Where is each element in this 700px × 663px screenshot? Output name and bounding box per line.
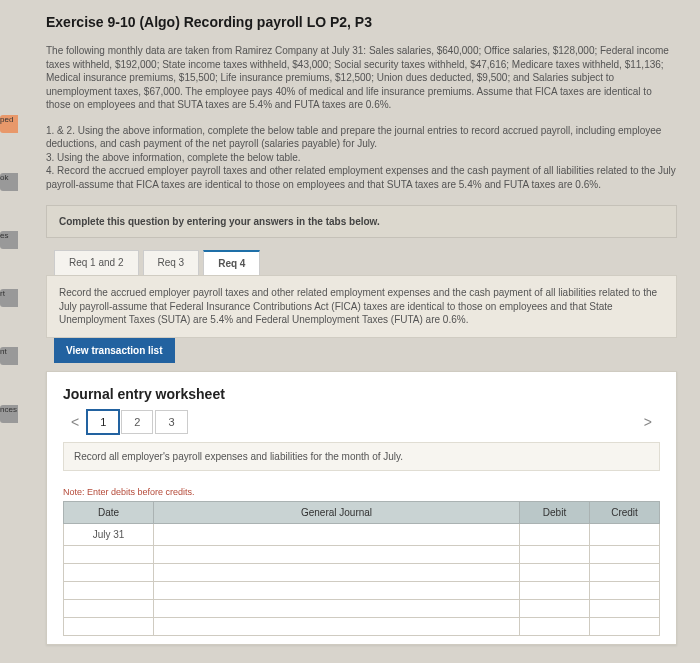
col-credit: Credit <box>590 501 660 523</box>
journal-entry-table: Date General Journal Debit Credit July 3… <box>63 501 660 636</box>
journal-entry-worksheet: Journal entry worksheet < 1 2 3 > Record… <box>46 371 677 645</box>
worksheet-title: Journal entry worksheet <box>63 386 660 402</box>
cell-debit[interactable] <box>520 599 590 617</box>
left-tab[interactable]: nces <box>0 405 18 423</box>
worksheet-instruction: Record all employer's payroll expenses a… <box>63 442 660 471</box>
main-content: Exercise 9-10 (Algo) Recording payroll L… <box>28 0 695 659</box>
cell-credit[interactable] <box>590 581 660 599</box>
tab-req-1-2[interactable]: Req 1 and 2 <box>54 250 139 275</box>
requirement-panel: Record the accrued employer payroll taxe… <box>46 275 677 338</box>
cell-date[interactable] <box>64 563 154 581</box>
left-tab-strip: ped ok es rt nt nces <box>0 0 18 663</box>
cell-credit[interactable] <box>590 523 660 545</box>
cell-date[interactable] <box>64 617 154 635</box>
table-row <box>64 599 660 617</box>
cell-date[interactable] <box>64 545 154 563</box>
cell-account[interactable] <box>154 563 520 581</box>
chevron-right-icon[interactable]: > <box>636 410 660 434</box>
tab-req-3[interactable]: Req 3 <box>143 250 200 275</box>
cell-account[interactable] <box>154 599 520 617</box>
cell-credit[interactable] <box>590 545 660 563</box>
requirement-tabs: Req 1 and 2 Req 3 Req 4 <box>54 250 677 275</box>
cell-debit[interactable] <box>520 617 590 635</box>
left-tab[interactable]: ok <box>0 173 18 191</box>
left-tab[interactable]: nt <box>0 347 18 365</box>
cell-debit[interactable] <box>520 523 590 545</box>
col-debit: Debit <box>520 501 590 523</box>
problem-text: The following monthly data are taken fro… <box>46 44 677 112</box>
col-date: Date <box>64 501 154 523</box>
cell-date[interactable] <box>64 599 154 617</box>
table-row <box>64 617 660 635</box>
chevron-left-icon[interactable]: < <box>63 410 87 434</box>
cell-debit[interactable] <box>520 545 590 563</box>
worksheet-nav: < 1 2 3 > <box>63 410 660 434</box>
left-tab[interactable]: rt <box>0 289 18 307</box>
table-row <box>64 545 660 563</box>
worksheet-page-3[interactable]: 3 <box>155 410 187 434</box>
exercise-title: Exercise 9-10 (Algo) Recording payroll L… <box>46 14 677 30</box>
cell-date[interactable] <box>64 581 154 599</box>
col-general-journal: General Journal <box>154 501 520 523</box>
cell-account[interactable] <box>154 545 520 563</box>
worksheet-note: Note: Enter debits before credits. <box>63 487 660 497</box>
cell-credit[interactable] <box>590 599 660 617</box>
cell-account[interactable] <box>154 581 520 599</box>
table-row: July 31 <box>64 523 660 545</box>
worksheet-page-1[interactable]: 1 <box>87 410 119 434</box>
table-row <box>64 563 660 581</box>
tab-req-4[interactable]: Req 4 <box>203 250 260 275</box>
cell-credit[interactable] <box>590 563 660 581</box>
view-transaction-list-button[interactable]: View transaction list <box>54 338 175 363</box>
cell-debit[interactable] <box>520 581 590 599</box>
worksheet-page-2[interactable]: 2 <box>121 410 153 434</box>
left-tab[interactable]: ped <box>0 115 18 133</box>
table-row <box>64 581 660 599</box>
cell-credit[interactable] <box>590 617 660 635</box>
left-tab[interactable]: es <box>0 231 18 249</box>
cell-date[interactable]: July 31 <box>64 523 154 545</box>
cell-account[interactable] <box>154 617 520 635</box>
cell-debit[interactable] <box>520 563 590 581</box>
problem-steps: 1. & 2. Using the above information, com… <box>46 124 677 192</box>
cell-account[interactable] <box>154 523 520 545</box>
instruction-bar: Complete this question by entering your … <box>46 205 677 238</box>
